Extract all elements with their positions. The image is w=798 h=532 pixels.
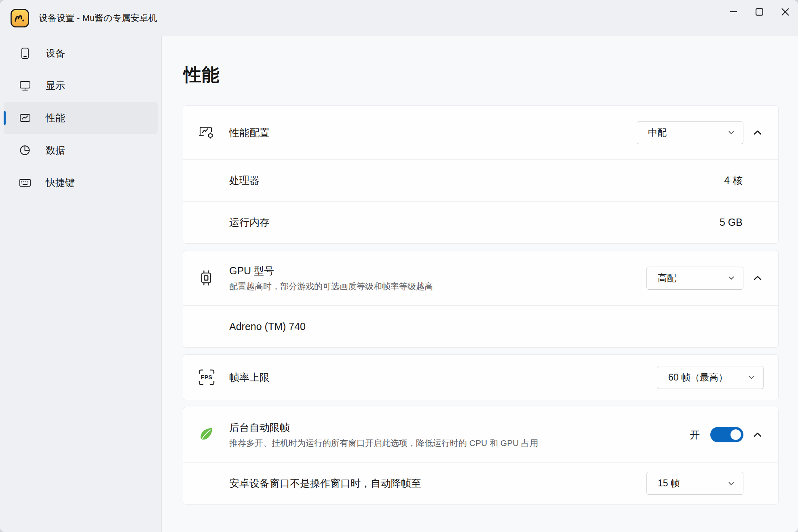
sidebar-item-label: 设备 xyxy=(46,47,65,60)
settings-window: 设备设置 - Mu酱の专属安卓机 设备 xyxy=(0,0,798,532)
gpu-header: GPU 型号 配置越高时，部分游戏的可选画质等级和帧率等级越高 高配 xyxy=(183,250,778,305)
fps-cap-dropdown[interactable]: 60 帧（最高） xyxy=(657,366,764,389)
performance-config-icon xyxy=(198,124,215,141)
fps-cap-card: FPS 帧率上限 60 帧（最高） xyxy=(183,354,779,400)
memory-value: 5 GB xyxy=(720,217,743,228)
chevron-down-icon xyxy=(727,128,736,137)
sidebar-item-device[interactable]: 设备 xyxy=(4,37,158,69)
sidebar-item-label: 性能 xyxy=(46,111,65,124)
processor-value: 4 核 xyxy=(724,174,743,187)
chevron-down-icon xyxy=(727,274,736,282)
pie-chart-icon xyxy=(19,144,32,157)
auto-reduce-frame-row: 安卓设备窗口不是操作窗口时，自动降帧至 15 帧 xyxy=(183,462,778,504)
processor-row: 处理器 4 核 xyxy=(183,159,778,201)
card-title: 帧率上限 xyxy=(229,371,270,384)
sidebar: 设备 显示 性能 数据 xyxy=(0,36,162,532)
close-button[interactable] xyxy=(772,0,798,23)
gpu-chip-icon xyxy=(198,269,215,287)
performance-profile-dropdown[interactable]: 中配 xyxy=(637,121,743,144)
card-title: 后台自动限帧 xyxy=(229,421,538,434)
card-title: GPU 型号 xyxy=(229,264,433,278)
titlebar: 设备设置 - Mu酱の专属安卓机 xyxy=(0,0,798,36)
card-subtitle: 推荐多开、挂机时为运行的所有窗口开启此选项，降低运行时的 CPU 和 GPU 占… xyxy=(229,437,538,449)
chevron-down-icon xyxy=(727,479,736,488)
gpu-config-dropdown[interactable]: 高配 xyxy=(646,267,743,290)
reduce-frame-dropdown[interactable]: 15 帧 xyxy=(646,472,743,495)
toggle-state-label: 开 xyxy=(690,428,700,442)
sidebar-item-label: 快捷键 xyxy=(46,176,75,189)
sidebar-item-display[interactable]: 显示 xyxy=(4,69,158,102)
collapse-chevron-up-icon[interactable] xyxy=(752,128,764,137)
leaf-icon xyxy=(198,426,215,444)
memory-row: 运行内存 5 GB xyxy=(183,201,778,243)
sidebar-item-shortcuts[interactable]: 快捷键 xyxy=(4,166,158,199)
sidebar-item-label: 数据 xyxy=(46,144,65,157)
chevron-down-icon xyxy=(747,373,756,381)
card-title: 性能配置 xyxy=(229,126,270,139)
collapse-chevron-up-icon[interactable] xyxy=(752,431,764,439)
fps-icon: FPS xyxy=(198,368,215,386)
sidebar-item-data[interactable]: 数据 xyxy=(4,134,158,166)
card-subtitle: 配置越高时，部分游戏的可选画质等级和帧率等级越高 xyxy=(229,281,433,292)
phone-icon xyxy=(19,47,32,60)
main-area: 设备 显示 性能 数据 xyxy=(0,36,798,532)
line-chart-icon xyxy=(19,111,32,124)
minimize-button[interactable] xyxy=(720,0,746,23)
active-indicator xyxy=(4,111,6,125)
gpu-model-row: Adreno (TM) 740 xyxy=(183,305,778,347)
performance-profile-header: 性能配置 中配 xyxy=(183,106,778,159)
fps-cap-row: FPS 帧率上限 60 帧（最高） xyxy=(183,355,778,400)
gpu-card: GPU 型号 配置越高时，部分游戏的可选画质等级和帧率等级越高 高配 Adren… xyxy=(183,250,779,348)
sidebar-item-performance[interactable]: 性能 xyxy=(4,102,158,134)
toggle-knob xyxy=(730,429,741,440)
maximize-button[interactable] xyxy=(746,0,772,23)
background-limit-toggle[interactable] xyxy=(710,427,743,442)
performance-profile-card: 性能配置 中配 处理器 4 核 运行内 xyxy=(183,105,779,244)
mumu-logo-icon xyxy=(11,9,29,27)
gpu-model-value: Adreno (TM) 740 xyxy=(229,321,306,332)
window-controls xyxy=(720,0,798,23)
collapse-chevron-up-icon[interactable] xyxy=(752,274,764,282)
keyboard-icon xyxy=(19,176,32,189)
performance-page: 性能 性能配置 xyxy=(162,36,798,532)
background-frame-limit-card: 后台自动限帧 推荐多开、挂机时为运行的所有窗口开启此选项，降低运行时的 CPU … xyxy=(183,407,779,505)
page-title: 性能 xyxy=(184,63,779,87)
sidebar-item-label: 显示 xyxy=(46,79,65,92)
window-title: 设备设置 - Mu酱の专属安卓机 xyxy=(39,12,157,24)
background-frame-limit-header: 后台自动限帧 推荐多开、挂机时为运行的所有窗口开启此选项，降低运行时的 CPU … xyxy=(183,407,778,462)
monitor-icon xyxy=(19,79,32,92)
